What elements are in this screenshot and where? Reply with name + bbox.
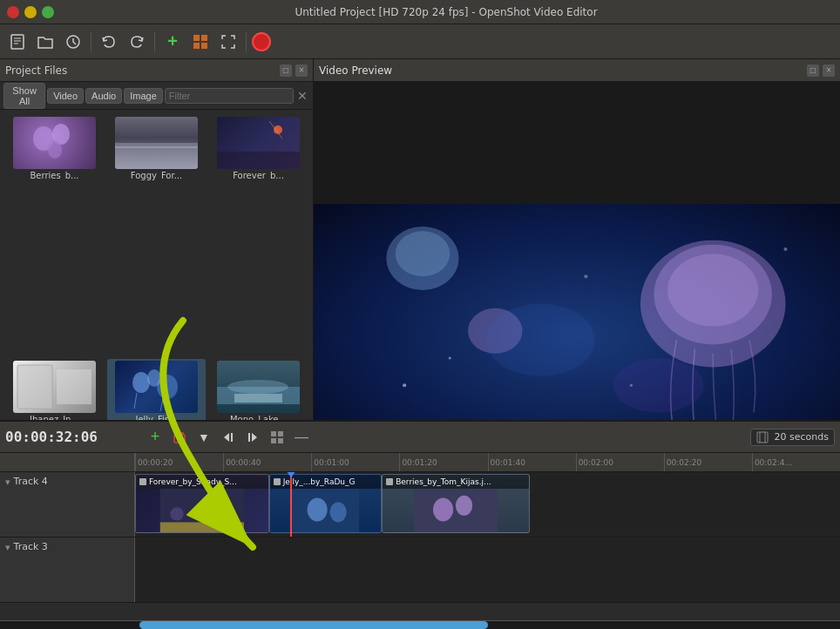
svg-marker-55 (224, 433, 229, 442)
track-label-header (0, 453, 135, 471)
recent-projects-button[interactable] (61, 30, 85, 54)
svg-point-36 (449, 356, 451, 359)
thumbnail-foggy[interactable]: Foggy_For... (107, 115, 206, 355)
project-files-title: Project Files (5, 64, 67, 77)
thumbnail-berries[interactable]: Berries_b... (5, 115, 104, 355)
filter-button[interactable]: ▼ (193, 427, 214, 448)
record-button[interactable] (252, 32, 271, 51)
svg-point-73 (433, 498, 453, 522)
titlebar: Untitled Project [HD 720p 24 fps] - Open… (0, 0, 840, 24)
track-4-row: ▾ Track 4 Forever_by_Shady_S... (0, 472, 840, 538)
clip-forever-label: Forever_by_Shady_S... (149, 477, 237, 486)
svg-rect-7 (193, 43, 200, 49)
svg-rect-51 (174, 435, 185, 443)
clip-forever[interactable]: Forever_by_Shady_S... (135, 474, 269, 533)
track-4-content[interactable]: Forever_by_Shady_S... Jelly_...by_RaDu_G (135, 472, 840, 537)
filter-audio-button[interactable]: Audio (85, 88, 122, 104)
open-project-button[interactable] (33, 30, 58, 54)
clip-jelly[interactable]: Jelly_...by_RaDu_G (269, 474, 382, 533)
timeline-ruler: 00:00:20 00:00:40 00:01:00 00:01:20 00:0… (135, 453, 840, 471)
minimize-button[interactable] (24, 6, 37, 18)
close-button[interactable] (7, 6, 19, 18)
clip-jelly-thumb (270, 489, 381, 532)
timeline-tracks: ▾ Track 4 Forever_by_Shady_S... (0, 472, 840, 620)
svg-line-22 (134, 393, 137, 409)
svg-point-40 (486, 304, 595, 376)
timeline-scrollbar[interactable] (0, 620, 840, 629)
snap-toggle-button[interactable] (267, 427, 288, 448)
filter-video-button[interactable]: Video (47, 88, 84, 104)
svg-rect-61 (271, 438, 276, 443)
svg-point-33 (396, 231, 450, 276)
panel-expand-icon[interactable]: □ (280, 64, 292, 77)
ruler-mark-5: 00:02:00 (579, 458, 613, 467)
clip-forever-thumb (136, 489, 268, 532)
preview-expand-icon[interactable]: □ (807, 64, 819, 77)
svg-point-11 (48, 141, 62, 159)
timeline-scrollbar-thumb[interactable] (139, 621, 488, 629)
svg-point-41 (613, 358, 704, 412)
ruler-mark-1: 00:00:40 (226, 458, 261, 467)
svg-point-35 (403, 383, 406, 387)
track-3-content[interactable] (135, 538, 840, 602)
svg-rect-68 (160, 522, 244, 532)
clip-forever-header: Forever_by_Shady_S... (136, 475, 268, 489)
svg-rect-17 (17, 365, 52, 409)
filter-image-button[interactable]: Image (124, 88, 163, 104)
svg-rect-16 (217, 152, 300, 169)
filter-all-button[interactable]: Show All (3, 83, 45, 109)
svg-point-31 (667, 254, 758, 326)
track-3-row: ▾ Track 3 (0, 538, 840, 603)
timeline-jump-end-button[interactable] (242, 427, 263, 448)
svg-marker-57 (252, 433, 257, 442)
profile-button[interactable] (188, 30, 213, 54)
clip-berries[interactable]: Berries_by_Tom_Kijas.j... (382, 474, 530, 533)
undo-button[interactable] (97, 30, 121, 54)
svg-point-21 (147, 369, 161, 387)
ruler-mark-7: 00:02:4... (755, 458, 792, 467)
svg-point-74 (456, 496, 472, 516)
add-track-button[interactable]: + (145, 427, 166, 448)
svg-rect-58 (248, 433, 250, 442)
toolbar-separator-2 (154, 32, 155, 51)
preview-close-icon[interactable]: × (823, 64, 835, 77)
svg-point-39 (783, 247, 787, 251)
track-4-label: ▾ Track 4 (0, 472, 135, 537)
ruler-mark-0: 00:00:20 (138, 458, 173, 467)
track-4-name: Track 4 (14, 476, 48, 487)
thumbnail-forever[interactable]: Forever_b... (209, 115, 308, 355)
clip-berries-thumb (383, 489, 529, 532)
svg-point-19 (132, 372, 150, 393)
svg-rect-59 (271, 431, 276, 436)
timecode-display: 00:00:32:06 (5, 429, 98, 445)
remove-track-button[interactable] (169, 427, 190, 448)
svg-rect-63 (757, 432, 768, 443)
svg-rect-62 (278, 438, 283, 443)
svg-point-25 (227, 380, 288, 394)
fullscreen-button[interactable] (216, 30, 240, 54)
toolbar-separator-1 (91, 32, 91, 51)
maximize-button[interactable] (42, 6, 54, 18)
toolbar-separator-3 (246, 32, 247, 51)
track-4-collapse-icon[interactable]: ▾ (5, 477, 10, 488)
ruler-mark-3: 00:01:20 (402, 458, 437, 467)
new-project-button[interactable] (5, 30, 30, 54)
import-files-button[interactable]: + (160, 30, 185, 54)
svg-line-23 (160, 399, 163, 411)
redo-button[interactable] (125, 30, 149, 54)
svg-rect-72 (414, 489, 498, 532)
thumb-label-forever: Forever_b... (233, 171, 284, 180)
video-preview-title: Video Preview (319, 64, 392, 77)
panel-close-icon[interactable]: × (295, 64, 308, 77)
clear-filter-button[interactable]: ✕ (295, 87, 309, 105)
project-files-controls: Show All Video Audio Image ✕ (0, 82, 313, 110)
svg-point-67 (170, 507, 183, 520)
svg-rect-0 (11, 35, 24, 49)
video-preview-header: Video Preview □ × (314, 59, 840, 82)
filter-input[interactable] (165, 88, 294, 104)
track-3-collapse-icon[interactable]: ▾ (5, 542, 10, 553)
svg-point-37 (584, 274, 587, 278)
clip-berries-label: Berries_by_Tom_Kijas.j... (396, 477, 491, 486)
zoom-out-button[interactable]: — (291, 427, 312, 448)
timeline-jump-start-button[interactable] (218, 427, 239, 448)
